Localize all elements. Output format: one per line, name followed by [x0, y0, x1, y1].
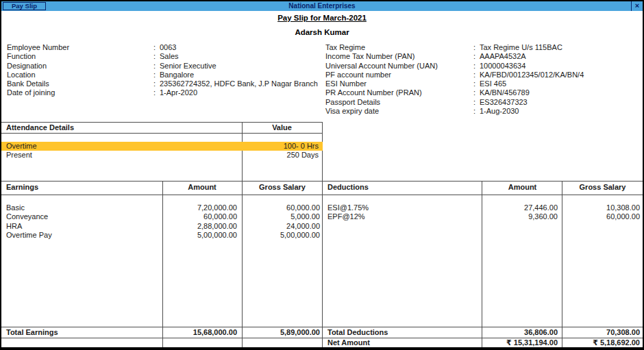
detail-row: Passport Details:ES326437323 [325, 98, 641, 107]
detail-value: 0063 [160, 43, 319, 52]
attendance-value: 100- 0 Hrs [242, 142, 322, 151]
close-icon[interactable]: × [631, 1, 643, 11]
detail-label: PF account number [325, 71, 473, 79]
pay-head-amount: 9,360.00 [482, 212, 562, 221]
pay-head-gross: 60,000.00 [562, 212, 643, 221]
total-earnings-row: Total Earnings 15,68,000.00 5,89,000.00 [1, 328, 323, 337]
pay-head-gross: 5,000.00 [242, 212, 323, 221]
colon: : [473, 98, 480, 107]
detail-label: Passport Details [325, 98, 473, 107]
pay-head-gross: 5,00,000.00 [242, 231, 323, 240]
earnings-row-conveyance[interactable]: Conveyance 60,000.00 5,000.00 [1, 212, 323, 221]
pay-head-amount: 5,00,000.00 [162, 231, 242, 240]
colon: : [153, 71, 160, 79]
colon: : [153, 79, 160, 88]
deductions-rows: ESI@1.75% 27,446.00 10,308.00 EPF@12% 9,… [323, 203, 643, 222]
total-amount: 36,806.00 [482, 328, 562, 337]
divider [1, 133, 323, 134]
colon: : [473, 62, 480, 71]
deductions-row-epf[interactable]: EPF@12% 9,360.00 60,000.00 [323, 212, 643, 221]
pay-head-name: EPF@12% [323, 212, 482, 221]
detail-value: KA/BN/456789 [480, 88, 641, 97]
pay-head-name: ESI@1.75% [323, 203, 482, 212]
deductions-amount-header: Amount [482, 181, 562, 195]
detail-value: 1-Aug-2030 [480, 107, 641, 116]
deductions-header-row: Deductions Amount Gross Salary [323, 181, 643, 195]
deductions-row-esi[interactable]: ESI@1.75% 27,446.00 10,308.00 [323, 203, 643, 212]
pay-head-amount: 60,000.00 [162, 212, 242, 221]
detail-label: Designation [7, 62, 153, 71]
pay-head-gross: 10,308.00 [562, 203, 643, 212]
employee-name: Adarsh Kumar [1, 28, 643, 36]
colon: : [473, 43, 480, 52]
earnings-rows: Basic 7,20,000.00 60,000.00 Conveyance 6… [1, 203, 323, 240]
detail-label: Bank Details [7, 79, 153, 88]
detail-row: Function:Sales [7, 52, 319, 61]
payslip-window: Pay Slip National Enterprises × Pay Slip… [0, 0, 644, 350]
colon: : [473, 88, 480, 97]
detail-row: Location:Bangalore [7, 71, 319, 79]
detail-value: 235362724352, HDFC Bank, J.P Nagar Branc… [160, 79, 319, 88]
total-gross: 70,308.00 [562, 328, 643, 337]
total-label: Total Earnings [1, 328, 162, 337]
detail-row: Employee Number:0063 [7, 43, 319, 52]
earnings-row-overtime-pay[interactable]: Overtime Pay 5,00,000.00 5,00,000.00 [1, 231, 323, 240]
detail-row: Universal Account Number (UAN):100000436… [325, 62, 641, 71]
detail-row: PR Account Number (PRAN):KA/BN/456789 [325, 88, 641, 97]
attendance-name: Overtime [1, 142, 242, 151]
colon: : [153, 88, 160, 97]
detail-label: ESI Number [325, 79, 473, 88]
total-label: Total Deductions [323, 328, 482, 337]
total-gross: 5,89,000.00 [242, 328, 323, 337]
earnings-row-basic[interactable]: Basic 7,20,000.00 60,000.00 [1, 203, 323, 212]
detail-value: ESI 465 [480, 79, 641, 88]
earnings-header: Earnings [1, 181, 162, 195]
detail-row: Income Tax Number (PAN):AAAPA4532A [325, 52, 641, 61]
attendance-row-overtime[interactable]: Overtime 100- 0 Hrs [1, 142, 323, 151]
net-amount-label: Net Amount [323, 338, 482, 347]
detail-label: Tax Regime [325, 43, 473, 52]
detail-label: Visa expiry date [325, 107, 473, 116]
detail-value: 10000043634 [480, 62, 641, 71]
title-bar: Pay Slip National Enterprises × [1, 1, 643, 11]
earnings-gross-header: Gross Salary [242, 181, 323, 195]
company-name: National Enterprises [1, 1, 643, 11]
detail-label: Universal Account Number (UAN) [325, 62, 473, 71]
attendance-name: Present [1, 151, 242, 160]
pay-head-gross: 60,000.00 [242, 203, 323, 212]
detail-value: Tax Regime U/s 115BAC [480, 43, 641, 52]
pay-head-gross: 24,000.00 [242, 222, 323, 231]
net-amount-value: ₹ 15,31,194.00 [482, 338, 562, 347]
pay-head-name: Conveyance [1, 212, 162, 221]
attendance-header-name: Attendance Details [1, 123, 242, 133]
detail-row: Date of joining:1-Apr-2020 [7, 88, 319, 97]
detail-label: Location [7, 71, 153, 79]
earnings-row-hra[interactable]: HRA 2,88,000.00 24,000.00 [1, 222, 323, 231]
deductions-header: Deductions [323, 181, 482, 195]
detail-value: ES326437323 [480, 98, 641, 107]
colon: : [473, 52, 480, 61]
detail-row: Tax Regime:Tax Regime U/s 115BAC [325, 43, 641, 52]
colon: : [473, 107, 480, 116]
detail-label: Employee Number [7, 43, 153, 52]
detail-value: Sales [160, 52, 319, 61]
detail-label: PR Account Number (PRAN) [325, 88, 473, 97]
detail-value: KA/FBD/0012345/012/KA/BN/4 [480, 71, 641, 79]
attendance-header-row: Attendance Details Value [1, 123, 323, 133]
attendance-value: 250 Days [242, 151, 322, 160]
detail-label: Date of joining [7, 88, 153, 97]
pay-head-amount: 7,20,000.00 [162, 203, 242, 212]
colon: : [153, 52, 160, 61]
pay-head-name: Overtime Pay [1, 231, 162, 240]
employee-details-right: Tax Regime:Tax Regime U/s 115BAC Income … [325, 43, 641, 116]
colon: : [473, 71, 480, 79]
earnings-amount-header: Amount [162, 181, 242, 195]
attendance-row-present[interactable]: Present 250 Days [1, 151, 323, 160]
detail-value: 1-Apr-2020 [160, 88, 319, 97]
detail-label: Function [7, 52, 153, 61]
page-title: Pay Slip for March-2021 [1, 14, 643, 22]
pay-head-name: HRA [1, 222, 162, 231]
total-amount: 15,68,000.00 [162, 328, 242, 337]
colon: : [153, 62, 160, 71]
total-deductions-row: Total Deductions 36,806.00 70,308.00 [323, 328, 643, 337]
